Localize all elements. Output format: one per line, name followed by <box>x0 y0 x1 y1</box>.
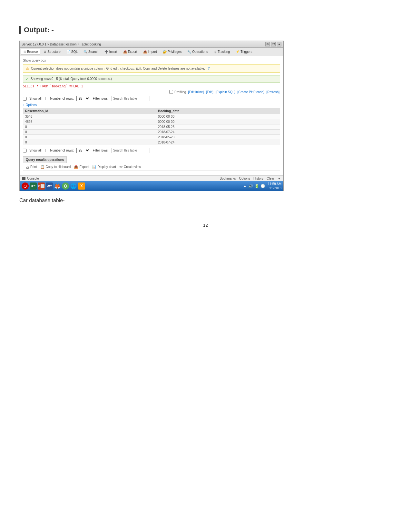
options-button[interactable]: Options <box>239 177 250 180</box>
excel-icon[interactable]: X≡ <box>30 182 37 190</box>
show-all-checkbox-bottom[interactable] <box>23 149 27 153</box>
number-of-rows-label: Number of rows: <box>50 97 73 100</box>
bookmarks-button[interactable]: Bookmarks <box>220 177 236 180</box>
create-view-link[interactable]: 👁 Create view <box>119 165 141 169</box>
nav-tracking[interactable]: ◎ Tracking <box>211 49 232 55</box>
taskbar-sys-icons: ▲ 🔊 🔋 🕐 <box>243 184 265 188</box>
time-display: 11:59 AM <box>268 182 281 186</box>
options-row[interactable]: + Options <box>23 103 280 107</box>
main-content: Show query box ⚠ Current selection does … <box>20 56 283 175</box>
data-table: Reservation_id Booking_date 35460000-00-… <box>23 108 280 145</box>
refresh-link[interactable]: [Refresh] <box>266 90 279 94</box>
col-header-booking-date: Booking_date <box>156 108 280 114</box>
filter-rows-input-bottom[interactable] <box>111 148 150 153</box>
explain-sql-link[interactable]: [Explain SQL] <box>216 90 235 94</box>
nav-bar: ⊞ Browse ⚙ Structure 📄 SQL 🔍 Search ➕ In… <box>20 48 283 56</box>
clipboard-icon: 📋 <box>40 165 45 169</box>
tracking-icon: ◎ <box>214 50 217 54</box>
show-all-label: Show all <box>29 97 42 100</box>
nav-structure[interactable]: ⚙ Structure <box>41 49 63 55</box>
nav-search[interactable]: 🔍 Search <box>81 49 101 55</box>
table-bottom-controls: Show all | Number of rows: 25 50 100 Fil… <box>23 148 280 153</box>
console-collapse-icon[interactable]: ▼ <box>278 177 281 180</box>
nav-structure-label: Structure <box>47 50 61 54</box>
nav-operations[interactable]: 🔧 Operations <box>185 49 210 55</box>
create-view-label: Create view <box>124 165 141 169</box>
restore-icon[interactable]: 🗗 <box>271 42 276 46</box>
warning-help-icon[interactable]: ? <box>208 67 210 70</box>
col-header-reservation-id: Reservation_id <box>23 108 156 114</box>
table-row: 02018-07-24 <box>23 140 280 145</box>
network-icon: ▲ <box>243 184 247 188</box>
close-icon[interactable]: ▲ <box>277 42 281 46</box>
search-icon: 🔍 <box>83 50 87 54</box>
sql-query-display: SELECT * FROM `booking` WHERE 1 <box>23 84 280 88</box>
display-chart-link[interactable]: 📊 Display chart <box>92 165 116 169</box>
nav-triggers[interactable]: ⚡ Triggers <box>233 49 255 55</box>
result-text: Showing rows 0 - 5 (6 total, Query took … <box>31 77 112 81</box>
cell-booking-date: 0000-00-00 <box>156 114 280 119</box>
table-row: 48980000-00-00 <box>23 119 280 124</box>
nav-operations-label: Operations <box>192 50 208 54</box>
query-ops-bar: 🖨 Print 📋 Copy to clipboard 📤 Export <box>23 163 280 171</box>
console-dot-icon <box>22 177 25 180</box>
rows-per-page-select-bottom[interactable]: 25 50 100 <box>76 148 90 153</box>
firefox-icon[interactable]: 🦊 <box>54 182 61 190</box>
filter-rows-label-bottom: Filter rows: <box>93 149 109 152</box>
cell-booking-date: 2018-07-24 <box>156 140 280 145</box>
xampp-icon[interactable]: X <box>78 182 85 190</box>
table-row: 02018-05-23 <box>23 135 280 140</box>
settings-icon[interactable]: ⚙ <box>265 42 270 46</box>
browser-window: Server: 127.0.0.1 » Database: location »… <box>19 41 284 191</box>
bottom-text: Car database table- <box>19 198 392 203</box>
nav-export[interactable]: 📤 Export <box>121 49 140 55</box>
create-php-link[interactable]: [Create PHP code] <box>237 90 264 94</box>
powerpoint-icon[interactable]: P⬜ <box>38 182 45 190</box>
clockwork-icon[interactable]: ⚙ <box>62 182 69 190</box>
taskbar: O X≡ P⬜ W≡ 🦊 ⚙ 🌐 X ▲ 🔊 🔋 🕐 <box>20 181 283 191</box>
query-ops-section: Query results operations 🖨 Print 📋 Copy … <box>23 156 280 171</box>
profiling-label: Profiling <box>174 90 186 94</box>
taskbar-right: ▲ 🔊 🔋 🕐 11:59 AM 9/3/2018 <box>243 182 281 190</box>
edit-inline-link[interactable]: [Edit inline] <box>188 90 204 94</box>
word-icon[interactable]: W≡ <box>46 182 53 190</box>
opera-icon[interactable]: O <box>22 182 29 190</box>
console-left: Console <box>22 177 39 180</box>
checkmark-icon: ✓ <box>26 77 28 81</box>
nav-sql[interactable]: 📄 SQL <box>64 49 80 55</box>
cell-reservation-id: 0 <box>23 140 156 145</box>
nav-insert-label: Insert <box>109 50 117 54</box>
chrome-icon[interactable]: 🌐 <box>70 182 77 190</box>
triggers-icon: ⚡ <box>236 50 240 54</box>
show-all-checkbox[interactable] <box>23 97 27 101</box>
console-bar: Console Bookmarks Options History Clear … <box>20 175 283 181</box>
clear-button[interactable]: Clear <box>267 177 274 180</box>
profiling-checkbox[interactable] <box>169 90 173 94</box>
cell-booking-date: 0000-00-00 <box>156 119 280 124</box>
cell-booking-date: 2018-07-24 <box>156 130 280 135</box>
insert-icon: ➕ <box>104 50 108 54</box>
edit-link[interactable]: [Edit] <box>206 90 213 94</box>
profiling-bar: Profiling [Edit inline] [Edit] [Explain … <box>23 90 280 94</box>
export-results-link[interactable]: 📤 Export <box>74 165 89 169</box>
history-button[interactable]: History <box>253 177 263 180</box>
nav-browse[interactable]: ⊞ Browse <box>21 49 40 55</box>
nav-import-label: Import <box>148 50 157 54</box>
query-ops-header: Query results operations <box>23 156 67 163</box>
taskbar-icons: O X≡ P⬜ W≡ 🦊 ⚙ 🌐 X <box>22 182 85 190</box>
export-results-icon: 📤 <box>74 165 78 169</box>
show-query-box-link[interactable]: Show query box <box>23 59 280 62</box>
nav-import[interactable]: 📥 Import <box>141 49 160 55</box>
nav-insert[interactable]: ➕ Insert <box>102 49 120 55</box>
rows-per-page-select[interactable]: 25 50 100 <box>76 96 90 101</box>
date-display: 9/3/2018 <box>268 186 281 190</box>
nav-export-label: Export <box>128 50 137 54</box>
nav-privileges-label: Privileges <box>168 50 181 54</box>
profiling-links: [Edit inline] [Edit] [Explain SQL] [Crea… <box>187 90 280 94</box>
copy-clipboard-link[interactable]: 📋 Copy to clipboard <box>40 165 71 169</box>
print-link[interactable]: 🖨 Print <box>26 165 37 169</box>
nav-privileges[interactable]: 🔐 Privileges <box>160 49 184 55</box>
filter-rows-input[interactable] <box>111 96 150 101</box>
warning-icon: ⚠ <box>26 66 29 71</box>
nav-sql-label: SQL <box>71 50 78 54</box>
